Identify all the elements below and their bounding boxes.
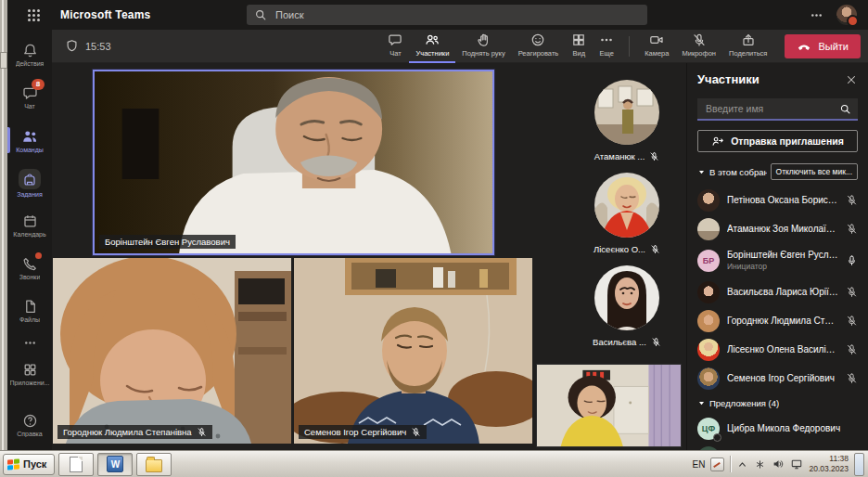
sidebar-item-help[interactable]: Справка	[7, 404, 52, 446]
taskbar-app-document[interactable]	[58, 453, 94, 476]
mic-off-icon[interactable]	[846, 372, 858, 384]
sidebar-item-activity[interactable]: Действия	[7, 33, 52, 76]
teams-icon	[21, 128, 38, 145]
volume-tray-icon[interactable]	[772, 458, 785, 471]
file-icon	[22, 299, 38, 315]
participant-search-input[interactable]	[704, 102, 834, 115]
mic-off-icon[interactable]	[846, 315, 858, 327]
participant-row[interactable]: Семенов Ігор Сергійович	[697, 364, 858, 393]
mic-off-icon[interactable]	[846, 286, 858, 298]
sidebar-item-teams[interactable]: Команды	[7, 119, 52, 161]
video-tile-gorodniuk[interactable]: Городнюк Людмила Степанівна	[53, 258, 291, 444]
send-invite-button[interactable]: Отправка приглашения	[697, 130, 858, 152]
search-input[interactable]	[274, 8, 640, 21]
share-screen-icon	[741, 32, 756, 47]
invite-icon	[711, 135, 724, 148]
app-title: Microsoft Teams	[60, 8, 150, 21]
video-name-label: Борінштейн Євген Руславович	[99, 235, 236, 249]
participant-row[interactable]: Петінова Оксана Борисівна	[697, 186, 858, 214]
mic-off-icon[interactable]	[846, 343, 858, 355]
taskbar-app-word[interactable]: W	[97, 453, 133, 476]
video-tile-semenov[interactable]: Семенов Ігор Сергійович	[294, 258, 532, 444]
avatar-name-label: Атаманюк ...	[594, 151, 660, 161]
more-options-icon[interactable]	[810, 8, 823, 22]
leave-meeting-button[interactable]: Выйти	[785, 34, 861, 58]
sidebar-item-assignments[interactable]: Задания	[7, 161, 52, 204]
avatar-tile-liseenko[interactable]: Лісеєнко О...	[594, 173, 660, 254]
video-tile-borinshtein[interactable]: Борінштейн Євген Руславович	[93, 70, 494, 255]
teams-titlebar: Microsoft Teams	[7, 0, 868, 30]
toolbar-raise-hand-button[interactable]: Поднять руку	[455, 30, 511, 63]
participant-avatar	[697, 310, 720, 332]
participant-row-organizer[interactable]: БР Борінштейн Євген Руславович Инициатор	[697, 243, 858, 277]
help-icon	[22, 413, 38, 429]
participant-row[interactable]: Васильєва Лариса Юріївна	[697, 277, 858, 306]
meeting-toolbar: 15:53 Чат Участники Поднять руку Реагиро…	[52, 30, 868, 63]
bluetooth-tray-icon[interactable]	[754, 458, 766, 471]
network-tray-icon[interactable]	[790, 458, 803, 471]
participant-role: Инициатор	[727, 262, 767, 271]
chevron-down-icon	[697, 168, 706, 176]
avatar-tile-vasylieva[interactable]: Васильєва ...	[593, 265, 661, 347]
language-indicator[interactable]: EN	[693, 459, 706, 470]
mic-off-icon	[197, 427, 207, 437]
language-bar-icon[interactable]	[710, 458, 724, 471]
toolbar-more-button[interactable]: Еще	[593, 30, 620, 63]
global-search[interactable]	[247, 5, 647, 25]
video-name-label: Городнюк Людмила Степанівна	[57, 425, 212, 439]
taskbar-clock[interactable]: 11:38 20.03.2023	[809, 454, 849, 473]
toolbar-camera-button[interactable]: Камера	[638, 32, 675, 59]
show-desktop-button[interactable]	[854, 453, 864, 476]
mic-off-icon[interactable]	[846, 194, 858, 206]
mic-off-icon[interactable]	[846, 223, 858, 235]
raised-hand-icon	[477, 32, 491, 47]
video-name-label: Семенов Ігор Сергійович	[299, 425, 427, 439]
participant-row[interactable]: Атаманюк Зоя Миколаївна	[697, 214, 858, 243]
toolbar-chat-button[interactable]: Чат	[381, 30, 409, 63]
participant-row[interactable]: Лісеєнко Олена Василівна	[697, 335, 858, 364]
avatar-name-label: Васильєва ...	[593, 337, 661, 347]
mic-on-icon[interactable]	[846, 254, 858, 266]
video-feed	[294, 258, 532, 444]
camera-icon	[649, 32, 664, 47]
sidebar-item-calendar[interactable]: Календарь	[7, 204, 52, 247]
word-icon: W	[107, 456, 123, 472]
toolbar-share-button[interactable]: Поделиться	[722, 32, 773, 59]
mute-all-button[interactable]: Отключить все мик...	[771, 163, 858, 180]
app-launcher-icon[interactable]	[28, 9, 40, 21]
profile-avatar[interactable]	[836, 5, 857, 25]
people-icon	[425, 32, 440, 47]
participant-search[interactable]	[697, 98, 858, 121]
dots-icon	[23, 336, 37, 350]
section-suggestions[interactable]: Предложения (4)	[697, 398, 779, 408]
avatar-tile-atamaniuk[interactable]: Атаманюк ...	[594, 80, 660, 161]
toolbar-microphone-button[interactable]: Микрофон	[675, 32, 722, 59]
participant-avatar	[697, 218, 720, 240]
toolbar-react-button[interactable]: Реагировать	[512, 30, 566, 63]
sidebar-item-chat[interactable]: 8 Чат	[7, 76, 52, 119]
participant-avatar	[697, 189, 720, 212]
sidebar-item-files[interactable]: Файлы	[7, 290, 52, 332]
smiley-icon	[530, 32, 545, 47]
toolbar-view-button[interactable]: Вид	[565, 30, 593, 63]
start-button[interactable]: Пуск	[3, 454, 55, 475]
section-in-meeting[interactable]: В этом собрании (7)	[697, 167, 767, 177]
taskbar-app-folder[interactable]	[136, 453, 172, 476]
hangup-icon	[797, 39, 811, 54]
participant-row[interactable]: Городнюк Людмила Степанівна	[697, 306, 858, 335]
participant-list: Петінова Оксана Борисівна Атаманюк Зоя М…	[697, 186, 858, 393]
participant-avatar	[697, 281, 720, 303]
hidden-icons-chevron[interactable]	[736, 458, 748, 471]
sidebar-item-apps[interactable]: Приложени...	[7, 353, 52, 395]
close-panel-icon[interactable]	[845, 73, 858, 86]
video-feed	[53, 258, 291, 444]
participant-avatar	[697, 339, 720, 361]
toolbar-participants-button[interactable]: Участники	[409, 30, 455, 63]
sidebar-more-icon[interactable]	[23, 332, 37, 353]
windows-taskbar: Пуск W EN 11:38 20.03.2023	[0, 450, 868, 477]
sidebar-item-calls[interactable]: Звонки	[7, 247, 52, 290]
folder-icon	[146, 459, 162, 472]
meeting-duration: 15:53	[65, 39, 111, 53]
suggestion-row[interactable]: ЦФ Цибра Микола Федорович	[697, 414, 858, 443]
video-tile-small[interactable]	[536, 364, 682, 447]
